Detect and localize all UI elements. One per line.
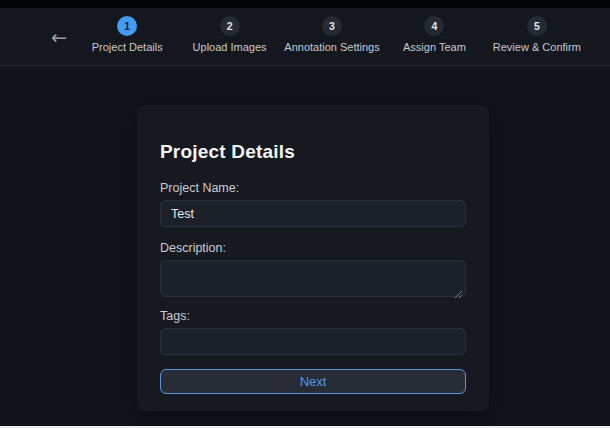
tags-label: Tags: <box>160 309 466 324</box>
wizard-stepper-header: ← 1 Project Details 2 Upload Images 3 An… <box>0 8 610 66</box>
next-button[interactable]: Next <box>160 369 466 394</box>
step-assign-team[interactable]: 4 Assign Team <box>383 16 485 62</box>
description-label: Description: <box>160 241 466 256</box>
step-1-label: Project Details <box>92 41 163 53</box>
resize-handle-icon[interactable] <box>454 285 463 294</box>
back-button[interactable]: ← <box>46 24 72 50</box>
step-3-label: Annotation Settings <box>284 41 379 53</box>
step-5-circle: 5 <box>527 16 547 36</box>
step-4-circle: 4 <box>424 16 444 36</box>
stepper: 1 Project Details 2 Upload Images 3 Anno… <box>76 16 588 62</box>
project-name-input[interactable] <box>160 200 466 227</box>
step-4-label: Assign Team <box>403 41 466 53</box>
step-review-confirm[interactable]: 5 Review & Confirm <box>486 16 588 62</box>
step-1-circle: 1 <box>117 16 137 36</box>
step-2-label: Upload Images <box>193 41 267 53</box>
project-details-card: Project Details Project Name: Descriptio… <box>137 105 489 411</box>
app-window: ← 1 Project Details 2 Upload Images 3 An… <box>0 0 610 428</box>
project-name-label: Project Name: <box>160 181 466 196</box>
step-annotation-settings[interactable]: 3 Annotation Settings <box>281 16 383 62</box>
back-arrow-icon: ← <box>51 26 67 48</box>
step-2-circle: 2 <box>220 16 240 36</box>
step-project-details[interactable]: 1 Project Details <box>76 16 178 62</box>
step-3-circle: 3 <box>322 16 342 36</box>
card-title: Project Details <box>160 141 466 163</box>
top-letterbox-bar <box>0 0 610 8</box>
tags-input[interactable] <box>160 328 466 355</box>
step-5-label: Review & Confirm <box>493 41 581 53</box>
description-textarea[interactable] <box>160 260 466 297</box>
description-field-wrap <box>160 260 466 297</box>
step-upload-images[interactable]: 2 Upload Images <box>178 16 280 62</box>
